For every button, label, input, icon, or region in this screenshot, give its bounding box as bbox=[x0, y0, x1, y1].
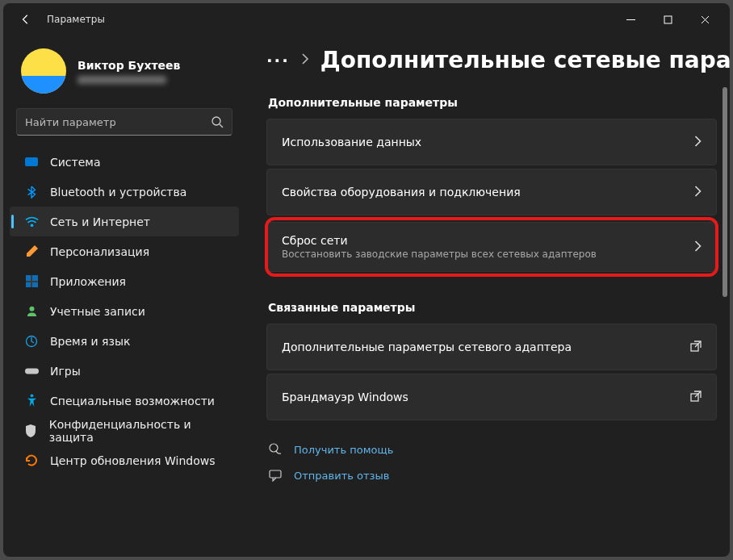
sidebar-item-label: Время и язык bbox=[50, 335, 130, 348]
shield-icon bbox=[24, 424, 38, 438]
svg-point-2 bbox=[212, 117, 220, 125]
sidebar-item-bluetooth[interactable]: Bluetooth и устройства bbox=[10, 177, 239, 207]
scrollbar-thumb[interactable] bbox=[723, 87, 727, 297]
maximize-button[interactable] bbox=[649, 5, 686, 34]
section-header-related: Связанные параметры bbox=[268, 301, 717, 314]
profile-email-redacted bbox=[77, 76, 166, 84]
card-title: Дополнительные параметры сетевого адапте… bbox=[282, 341, 681, 353]
content-pane: ··· Дополнительные сетевые параметр Допо… bbox=[245, 36, 730, 557]
back-button[interactable] bbox=[13, 6, 39, 32]
svg-point-4 bbox=[29, 307, 34, 311]
maximize-icon bbox=[664, 15, 672, 24]
sidebar-item-accessibility[interactable]: Специальные возможности bbox=[10, 386, 239, 416]
search-icon bbox=[211, 115, 224, 128]
apps-icon bbox=[24, 274, 39, 289]
bluetooth-icon bbox=[24, 185, 39, 199]
brush-icon bbox=[24, 244, 39, 259]
external-link-icon bbox=[690, 390, 702, 405]
highlighted-frame: Сброс сети Восстановить заводские параме… bbox=[266, 219, 717, 275]
chevron-right-icon bbox=[301, 52, 309, 68]
external-link-icon bbox=[690, 340, 702, 355]
accessibility-icon bbox=[24, 394, 39, 408]
card-firewall[interactable]: Брандмауэр Windows bbox=[266, 374, 717, 420]
profile-name: Виктор Бухтеев bbox=[77, 58, 180, 73]
sidebar-item-label: Игры bbox=[50, 365, 81, 378]
arrow-left-icon bbox=[20, 14, 31, 25]
wifi-icon bbox=[24, 215, 39, 229]
link-label: Получить помощь bbox=[294, 444, 393, 456]
chevron-right-icon bbox=[694, 240, 702, 255]
search-input[interactable] bbox=[25, 116, 211, 128]
sidebar-item-label: Конфиденциальность и защита bbox=[49, 418, 226, 444]
card-title: Использование данных bbox=[282, 136, 685, 148]
sidebar-item-apps[interactable]: Приложения bbox=[10, 266, 239, 296]
svg-point-7 bbox=[30, 394, 33, 397]
person-icon bbox=[24, 304, 39, 319]
search-box[interactable] bbox=[16, 108, 232, 136]
section-header-advanced: Дополнительные параметры bbox=[268, 96, 717, 109]
sidebar-item-time-language[interactable]: Время и язык bbox=[10, 326, 239, 356]
avatar bbox=[21, 48, 66, 94]
svg-rect-6 bbox=[25, 368, 39, 374]
sidebar-item-label: Сеть и Интернет bbox=[50, 215, 150, 228]
sidebar-item-label: Bluetooth и устройства bbox=[50, 186, 186, 199]
nav-list: Система Bluetooth и устройства Сеть и Ин… bbox=[10, 147, 239, 475]
svg-rect-1 bbox=[664, 16, 672, 23]
scrollbar[interactable] bbox=[723, 87, 727, 550]
link-get-help[interactable]: Получить помощь bbox=[268, 443, 717, 456]
sidebar-item-network[interactable]: Сеть и Интернет bbox=[10, 207, 239, 236]
help-icon bbox=[268, 443, 283, 456]
sidebar-item-privacy[interactable]: Конфиденциальность и защита bbox=[10, 416, 239, 445]
sidebar-item-label: Система bbox=[50, 156, 100, 169]
link-send-feedback[interactable]: Отправить отзыв bbox=[268, 469, 717, 482]
sidebar-item-label: Специальные возможности bbox=[50, 395, 215, 407]
card-data-usage[interactable]: Использование данных bbox=[266, 119, 717, 165]
monitor-icon bbox=[24, 155, 39, 169]
sidebar-item-personalization[interactable]: Персонализация bbox=[10, 236, 239, 266]
window-title: Параметры bbox=[47, 14, 105, 25]
page-title: Дополнительные сетевые параметр bbox=[320, 47, 730, 73]
profile-block[interactable]: Виктор Бухтеев bbox=[10, 40, 239, 108]
close-icon bbox=[701, 15, 710, 24]
svg-rect-11 bbox=[270, 470, 281, 478]
breadcrumb-overflow[interactable]: ··· bbox=[266, 51, 290, 70]
feedback-icon bbox=[268, 469, 283, 482]
minimize-icon bbox=[626, 15, 635, 24]
update-icon bbox=[24, 453, 39, 468]
gamepad-icon bbox=[24, 364, 39, 378]
sidebar-item-label: Приложения bbox=[50, 275, 126, 288]
card-title: Сброс сети bbox=[282, 234, 685, 247]
card-subtitle: Восстановить заводские параметры всех се… bbox=[282, 249, 685, 260]
sidebar: Виктор Бухтеев Система bbox=[3, 36, 245, 557]
chevron-right-icon bbox=[694, 185, 702, 200]
chevron-right-icon bbox=[694, 135, 702, 150]
card-network-reset[interactable]: Сброс сети Восстановить заводские параме… bbox=[266, 222, 717, 272]
minimize-button[interactable] bbox=[612, 5, 649, 34]
titlebar: Параметры bbox=[3, 3, 730, 36]
sidebar-item-gaming[interactable]: Игры bbox=[10, 356, 239, 386]
card-title: Брандмауэр Windows bbox=[282, 391, 681, 403]
globe-clock-icon bbox=[24, 334, 39, 349]
breadcrumb: ··· Дополнительные сетевые параметр bbox=[266, 47, 717, 73]
sidebar-item-label: Персонализация bbox=[50, 245, 149, 258]
svg-point-10 bbox=[270, 444, 278, 452]
close-button[interactable] bbox=[686, 5, 723, 34]
card-adapter-options[interactable]: Дополнительные параметры сетевого адапте… bbox=[266, 324, 717, 370]
sidebar-item-windows-update[interactable]: Центр обновления Windows bbox=[10, 445, 239, 475]
card-title: Свойства оборудования и подключения bbox=[282, 186, 685, 199]
sidebar-item-accounts[interactable]: Учетные записи bbox=[10, 296, 239, 326]
sidebar-item-system[interactable]: Система bbox=[10, 147, 239, 177]
link-label: Отправить отзыв bbox=[294, 470, 389, 482]
card-hardware-properties[interactable]: Свойства оборудования и подключения bbox=[266, 169, 717, 215]
svg-point-3 bbox=[31, 224, 32, 226]
sidebar-item-label: Учетные записи bbox=[50, 305, 145, 318]
sidebar-item-label: Центр обновления Windows bbox=[50, 454, 215, 467]
